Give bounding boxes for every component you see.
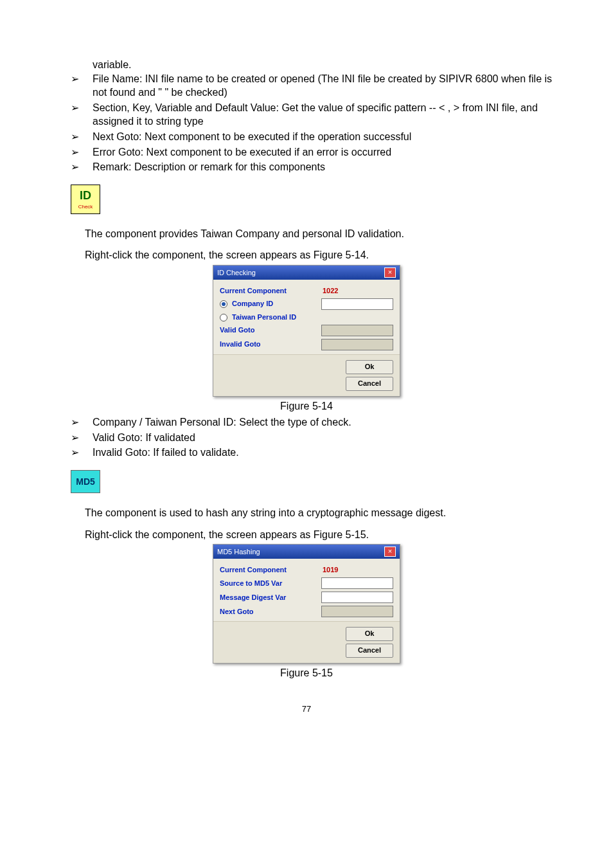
dialog-footer: Ok Cancel [213,621,400,663]
id-icon-bottom: Check [78,204,93,211]
paragraph: Right-click the component, the screen ap… [58,248,555,262]
company-id-input[interactable] [321,298,393,310]
dialog-body: Current Component 1022 Company ID Taiwan… [213,280,400,396]
source-var-label: Source to MD5 Var [220,579,282,588]
bullet-list-mid: Company / Taiwan Personal ID: Select the… [58,415,555,460]
dialog-footer: Ok Cancel [213,354,400,396]
footer-spacer [220,360,310,382]
id-check-icon: ID Check [71,185,100,214]
md5-hashing-dialog: MD5 Hashing × Current Component 1019 Sou… [213,544,400,664]
md5-icon: MD5 [71,470,100,493]
dialog-body: Current Component 1019 Source to MD5 Var… [213,559,400,663]
radio-company-id[interactable]: Company ID [220,299,273,309]
list-item: Remark: Description or remark for this c… [93,160,555,174]
paragraph: Right-click the component, the screen ap… [58,528,555,542]
list-item: Section, Key, Variable and Default Value… [93,101,555,129]
id-icon-top: ID [80,188,91,203]
bullet-list-top: File Name: INI file name to be created o… [58,72,555,174]
bullet-continuation: variable. [58,58,555,72]
source-var-row: Source to MD5 Var [220,577,393,589]
button-column: Ok Cancel [346,360,393,391]
ok-button[interactable]: Ok [346,627,393,641]
radio-label: Taiwan Personal ID [232,313,296,321]
next-goto-input[interactable] [321,606,393,617]
digest-var-row: Message Digest Var [220,592,393,603]
invalid-goto-row: Invalid Goto [220,339,393,350]
digest-var-input[interactable] [321,592,393,603]
source-var-input[interactable] [321,577,393,589]
radio-row-company: Company ID [220,298,393,310]
paragraph: The component provides Taiwan Company an… [58,227,555,241]
current-component-label: Current Component [220,286,287,296]
list-item: Valid Goto: If validated [93,431,555,445]
close-icon[interactable]: × [384,267,396,278]
figure-caption: Figure 5-14 [58,399,555,413]
current-component-value: 1019 [323,565,393,575]
button-column: Ok Cancel [346,627,393,658]
dialog-title-text: ID Checking [217,268,256,278]
radio-icon [220,300,227,308]
current-component-label: Current Component [220,565,287,575]
footer-spacer [220,627,310,649]
valid-goto-input[interactable] [321,325,393,336]
radio-row-taiwan: Taiwan Personal ID [220,312,393,322]
list-item: Error Goto: Next component to be execute… [93,145,555,159]
md5-icon-box: MD5 [71,470,100,493]
list-item: Invalid Goto: If failed to validate. [93,446,555,460]
list-item: File Name: INI file name to be created o… [93,72,555,100]
close-icon[interactable]: × [384,547,396,557]
radio-icon [220,314,227,321]
paragraph: The component is used to hash any string… [58,506,555,520]
md5-dialog-figure: MD5 Hashing × Current Component 1019 Sou… [58,544,555,664]
dialog-titlebar: MD5 Hashing × [213,545,400,559]
invalid-goto-input[interactable] [321,339,393,350]
list-item: Company / Taiwan Personal ID: Select the… [93,415,555,429]
current-component-row: Current Component 1019 [220,565,393,575]
next-goto-label: Next Goto [220,607,254,617]
cancel-button[interactable]: Cancel [346,644,393,658]
id-checking-dialog: ID Checking × Current Component 1022 Com… [213,265,400,397]
invalid-goto-label: Invalid Goto [220,339,261,349]
page-number: 77 [58,703,555,715]
list-item: Next Goto: Next component to be executed… [93,130,555,144]
figure-caption: Figure 5-15 [58,666,555,680]
valid-goto-label: Valid Goto [220,325,254,335]
radio-taiwan-personal-id[interactable]: Taiwan Personal ID [220,312,296,322]
radio-label: Company ID [232,300,273,307]
cancel-button[interactable]: Cancel [346,377,393,391]
current-component-value: 1022 [323,286,393,296]
dialog-titlebar: ID Checking × [213,266,400,280]
valid-goto-row: Valid Goto [220,325,393,336]
current-component-row: Current Component 1022 [220,286,393,296]
id-dialog-figure: ID Checking × Current Component 1022 Com… [58,265,555,397]
dialog-title-text: MD5 Hashing [217,547,260,557]
ok-button[interactable]: Ok [346,360,393,374]
digest-var-label: Message Digest Var [220,593,286,602]
id-icon-graphic: ID Check [71,185,100,214]
next-goto-row: Next Goto [220,606,393,617]
